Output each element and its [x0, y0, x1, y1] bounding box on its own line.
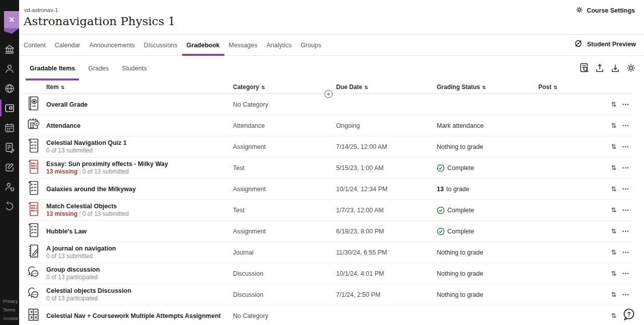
close-icon: ✕ — [9, 16, 15, 24]
reorder-handle[interactable]: ⇅ — [608, 206, 620, 214]
item-title-link[interactable]: Attendance — [46, 122, 233, 129]
search-gradebook-button[interactable] — [578, 62, 590, 74]
grading-status: Nothing to grade — [437, 143, 538, 150]
column-header-category[interactable]: Category⇅ — [233, 84, 336, 91]
reorder-handle[interactable]: ⇅ — [608, 270, 620, 277]
reorder-handle[interactable]: ⇅ — [608, 312, 620, 319]
student-preview-icon — [574, 39, 583, 50]
overall-grade-icon — [23, 96, 46, 113]
tab-gradebook[interactable]: Gradebook — [182, 35, 224, 56]
institution-icon — [4, 44, 15, 55]
person-icon — [4, 63, 15, 74]
item-category: Assignment — [233, 228, 336, 235]
item-title-link[interactable]: Celestial Nav + Coursework Multiple Atte… — [46, 312, 233, 319]
item-due-date: 7/14/25, 12:00 AM — [336, 143, 437, 150]
subtab-students[interactable]: Students — [118, 56, 150, 80]
grading-status: Nothing to grade — [437, 291, 538, 298]
more-options-button[interactable]: ••• — [620, 144, 632, 149]
item-title-link[interactable]: Galaxies around the Milkyway — [46, 186, 233, 193]
reorder-handle[interactable]: ⇅ — [608, 122, 620, 129]
tab-calendar[interactable]: Calendar — [50, 35, 85, 56]
table-row: Celestial Navigation Quiz 1 0 of 13 subm… — [23, 136, 632, 157]
sidebar-item-institution[interactable] — [0, 39, 19, 59]
reorder-handle[interactable]: ⇅ — [608, 164, 620, 172]
footer-link-privacy[interactable]: Privacy — [3, 297, 18, 306]
table-row: Match Celestial Objects 13 missing | 0 o… — [23, 200, 632, 221]
tab-content[interactable]: Content — [19, 35, 50, 56]
tab-discussions[interactable]: Discussions — [139, 35, 182, 56]
more-options-button[interactable]: ••• — [620, 187, 632, 192]
attendance-icon — [23, 117, 46, 134]
column-header-post[interactable]: Post⇅ — [538, 84, 608, 91]
column-header-grading-status[interactable]: Grading Status⇅ — [437, 84, 538, 91]
help-button[interactable]: ? — [622, 307, 636, 321]
student-preview-button[interactable]: Student Preview — [574, 39, 636, 50]
close-course-button[interactable]: ✕ — [4, 11, 19, 28]
compose-icon — [4, 161, 15, 173]
global-sidebar: PrivacyTermsAccessibility — [0, 0, 19, 325]
course-settings-button[interactable]: Course Settings — [576, 6, 635, 15]
item-title-link[interactable]: Essay: Sun proximity effects - Milky Way — [46, 160, 233, 168]
subtab-gradable-items[interactable]: Gradable Items — [26, 56, 79, 80]
grading-status: 13 to grade — [437, 186, 538, 193]
column-header-due-date[interactable]: Due Date⇅ — [336, 84, 437, 91]
sidebar-item-calendar[interactable] — [0, 118, 19, 137]
more-options-button[interactable]: ••• — [620, 271, 632, 276]
item-title-link[interactable]: Match Celestial Objects — [46, 203, 233, 210]
reorder-handle[interactable]: ⇅ — [608, 143, 620, 150]
footer-link-accessibility[interactable]: Accessibility — [3, 314, 18, 323]
item-title-link[interactable]: Celestial objects Discussion — [46, 287, 233, 294]
sidebar-item-activity[interactable] — [0, 78, 19, 98]
complete-check-icon — [437, 227, 445, 235]
sort-icon: ⇅ — [364, 85, 368, 90]
gradebook-subnav: Gradable ItemsGradesStudents — [19, 56, 644, 80]
more-options-button[interactable]: ••• — [620, 123, 632, 128]
reorder-handle[interactable]: ⇅ — [608, 227, 620, 235]
gradebook-settings-button[interactable] — [625, 62, 637, 74]
more-options-button[interactable]: ••• — [620, 166, 632, 171]
add-item-button[interactable] — [324, 90, 333, 99]
reorder-handle[interactable]: ⇅ — [608, 101, 620, 108]
tab-announcements[interactable]: Announcements — [85, 35, 139, 56]
subtab-grades[interactable]: Grades — [84, 56, 113, 80]
tab-analytics[interactable]: Analytics — [262, 35, 296, 56]
item-title-link[interactable]: Group discussion — [46, 266, 233, 273]
reorder-handle[interactable]: ⇅ — [608, 249, 620, 256]
more-options-button[interactable]: ••• — [620, 250, 632, 255]
tab-groups[interactable]: Groups — [296, 35, 326, 56]
more-options-button[interactable]: ••• — [620, 229, 632, 234]
sidebar-item-sign-out[interactable] — [0, 196, 19, 216]
column-header-item[interactable]: Item⇅ — [46, 84, 233, 91]
footer-link-terms[interactable]: Terms — [3, 306, 18, 314]
table-row: A journal on navigation 0 of 13 submitte… — [23, 242, 632, 263]
item-due-date: 10/1/24, 4:01 PM — [336, 270, 437, 277]
more-options-button[interactable]: ••• — [620, 292, 632, 297]
table-body: Overall Grade No Category ⇅ ••• Attendan… — [23, 94, 632, 325]
sidebar-item-grades[interactable] — [0, 137, 19, 157]
sidebar-item-profile[interactable] — [0, 59, 19, 78]
item-title-link[interactable]: Hubble's Law — [46, 228, 233, 235]
course-nav: ContentCalendarAnnouncementsDiscussionsG… — [19, 35, 644, 56]
item-subtitle: 13 missing | 0 of 13 submitted — [46, 210, 233, 217]
item-title-link[interactable]: Celestial Navigation Quiz 1 — [46, 139, 233, 146]
grading-status: Complete — [437, 206, 538, 214]
item-category: Assignment — [233, 186, 336, 193]
reorder-handle[interactable]: ⇅ — [608, 185, 620, 193]
more-options-button[interactable]: ••• — [620, 102, 632, 107]
grading-status: Mark attendance — [437, 122, 538, 129]
item-title-link[interactable]: Overall Grade — [46, 101, 233, 108]
tab-messages[interactable]: Messages — [224, 35, 262, 56]
item-title-link[interactable]: A journal on navigation — [46, 245, 233, 252]
more-options-button[interactable]: ••• — [620, 208, 632, 213]
search-list-icon — [579, 62, 590, 74]
sidebar-item-messages[interactable] — [0, 157, 19, 177]
sidebar-item-courses[interactable] — [0, 98, 19, 118]
sidebar-item-tools[interactable] — [0, 177, 19, 196]
course-settings-label: Course Settings — [587, 7, 635, 14]
item-category: Discussion — [233, 270, 336, 277]
reorder-handle[interactable]: ⇅ — [608, 291, 620, 298]
download-gradebook-button[interactable] — [609, 62, 621, 74]
item-category: Assignment — [233, 143, 336, 150]
gear-icon — [626, 63, 636, 74]
upload-gradebook-button[interactable] — [594, 62, 606, 74]
